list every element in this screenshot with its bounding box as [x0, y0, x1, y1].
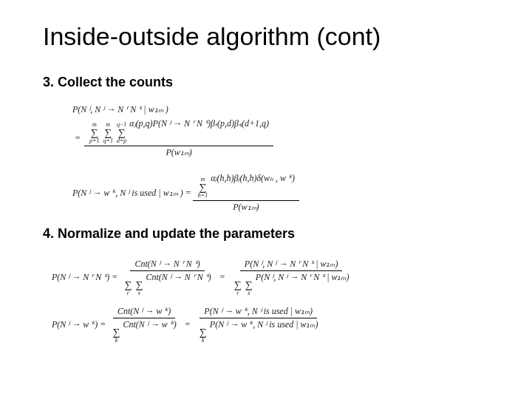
eq3-num1: Cnt(N ʲ → N ʳ N ˢ): [130, 259, 204, 271]
slide: Inside-outside algorithm (cont) 3. Colle…: [0, 0, 532, 344]
sigma-icon: ∑: [234, 280, 242, 290]
sum-lower: p=1: [89, 138, 99, 144]
sigma-icon: ∑: [91, 128, 98, 138]
sum-lower: h=1: [198, 193, 208, 199]
step-3-heading: 3. Collect the counts: [43, 75, 489, 90]
eq4-num2: P(N ʲ → w ᵏ, N ʲ is used | w₁ₘ): [200, 307, 317, 318]
sigma-icon: ∑: [124, 280, 132, 290]
equals-icon: =: [185, 320, 191, 330]
equation-3: P(N ʲ → N ʳ N ˢ) = Cnt(N ʲ → N ʳ N ˢ) ∑r…: [43, 259, 489, 296]
eq1-lhs: P(N ʲ, N ʲ → N ʳ N ˢ | w₁ₘ ): [72, 105, 168, 115]
sigma-icon: ∑: [135, 280, 143, 290]
eq2-den: P(w₁ₘ): [228, 201, 263, 212]
eq4-den2-body: P(N ʲ → w ᵏ, N ʲ is used | w₁ₘ): [210, 319, 318, 330]
sigma-icon: ∑: [118, 128, 126, 138]
eq2-lhs: P(N ʲ → w ᵏ, N ʲ is used | w₁ₘ ) =: [72, 188, 191, 198]
equation-2: P(N ʲ → w ᵏ, N ʲ is used | w₁ₘ ) = m∑h=1…: [43, 174, 489, 212]
sum-lower: r: [127, 290, 129, 296]
eq3-den2-body: P(N ʲ, N ʲ → N ʳ N ˢ | w₁ₘ): [256, 272, 349, 282]
sigma-icon: ∑: [200, 327, 207, 338]
equation-1: P(N ʲ, N ʲ → N ʳ N ˢ | w₁ₘ ) = m∑p=1 m∑q…: [43, 105, 489, 157]
eq3-den1-body: Cnt(N ʲ → N ʳ N ˢ): [146, 272, 211, 282]
sigma-icon: ∑: [104, 128, 112, 138]
eq4-den1-body: Cnt(N ʲ → w ᵏ): [123, 319, 176, 330]
sigma-icon: ∑: [245, 280, 253, 290]
eq4-lhs: P(N ʲ → w ᵏ) =: [52, 320, 106, 330]
sum-lower: r: [236, 290, 239, 296]
eq4-num1: Cnt(N ʲ → w ᵏ): [113, 307, 175, 318]
eq1-body: αⱼ(p,q)P(N ʲ → N ʳ N ˢ)βᵣ(p,d)βₛ(d+1,q): [129, 118, 269, 129]
sigma-icon: ∑: [199, 183, 206, 193]
eq2-body: αⱼ(h,h)βⱼ(h,h)δ(wₕ , w ᵏ): [211, 173, 295, 183]
eq3-lhs: P(N ʲ → N ʳ N ˢ) =: [52, 273, 117, 282]
eq1-den: P(w₁ₘ): [161, 146, 196, 157]
sigma-icon: ∑: [112, 327, 120, 338]
slide-title: Inside-outside algorithm (cont): [43, 22, 489, 51]
sum-lower: k: [202, 338, 205, 344]
equals-icon: =: [219, 273, 225, 282]
sum-lower: d=p: [117, 138, 126, 144]
equation-4: P(N ʲ → w ᵏ) = Cnt(N ʲ → w ᵏ) ∑k Cnt(N ʲ…: [43, 307, 489, 344]
eq3-num2: P(N ʲ, N ʲ → N ʳ N ˢ | w₁ₘ): [240, 259, 343, 271]
sum-lower: k: [115, 338, 118, 344]
sum-lower: s: [248, 290, 250, 296]
step-4-heading: 4. Normalize and update the parameters: [43, 226, 489, 242]
sum-lower: q=1: [103, 138, 113, 144]
equals-icon: =: [75, 134, 81, 143]
sum-lower: s: [138, 290, 140, 296]
